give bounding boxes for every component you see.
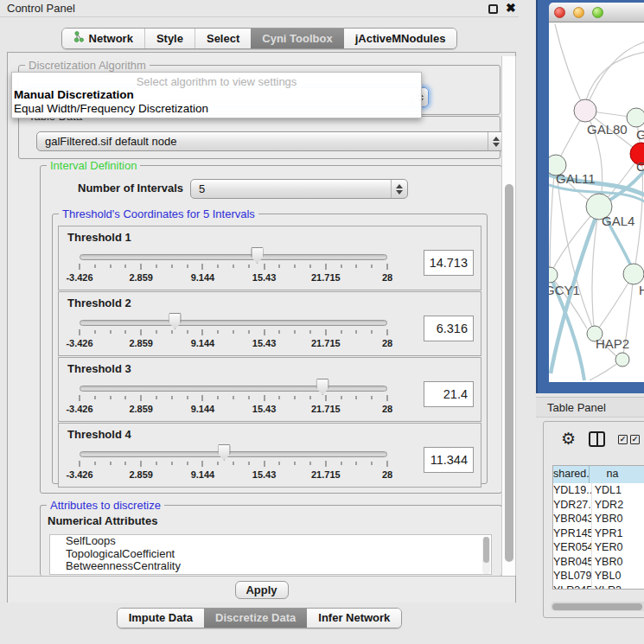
apply-button[interactable]: Apply (235, 581, 289, 599)
table-row[interactable]: YBR045CYBR0 (553, 555, 644, 570)
network-edge[interactable] (585, 41, 644, 111)
network-window[interactable]: GAL80GACGAL11GAL4GCY1HHAP2 (536, 0, 644, 393)
table-cell[interactable]: YLR345W (553, 583, 592, 590)
threshold-slider-track[interactable] (80, 386, 387, 392)
discretization-algorithm-group-title: Discretization Algorithm (25, 59, 150, 72)
threshold-slider-thumb[interactable] (218, 444, 231, 461)
table-cell[interactable]: YLR3 (592, 583, 644, 590)
tab-discretize-data[interactable]: Discretize Data (204, 609, 307, 628)
threshold-slider-thumb[interactable] (169, 313, 182, 329)
table-cell[interactable]: YDR27... (553, 498, 592, 513)
axis-tick-label: 21.715 (311, 272, 341, 283)
network-window-titlebar[interactable] (549, 3, 644, 22)
tab-infer-network[interactable]: Infer Network (307, 609, 401, 628)
minimize-traffic-light-icon[interactable] (573, 7, 584, 18)
tab-label: Discretize Data (215, 611, 296, 624)
gear-icon[interactable]: ⚙ (561, 429, 576, 449)
table-cell[interactable]: YBL079W (553, 569, 592, 583)
table-cell[interactable]: YER054C (553, 540, 592, 555)
number-of-intervals-combobox[interactable]: 5 (190, 179, 408, 199)
tab-jactivemnodules[interactable]: jActiveMNodules (344, 29, 457, 48)
table-row[interactable]: YBR043CYBR0 (553, 512, 644, 526)
axis-tick-label: 21.715 (311, 404, 341, 414)
tab-label: Select (207, 32, 239, 45)
network-edge[interactable] (586, 52, 644, 100)
column-header[interactable]: shared... (553, 466, 590, 483)
network-edge[interactable] (550, 165, 555, 275)
threshold-slider-track[interactable] (80, 320, 387, 326)
threshold-value-field[interactable]: 11.344 (424, 447, 474, 473)
table-cell[interactable]: YDL1 (592, 483, 644, 498)
threshold-label: Threshold 1 (67, 231, 131, 244)
attribute-item[interactable]: SelfLoops (50, 535, 491, 548)
table-panel-toolbar: ⚙ ✓ ✓ (544, 422, 644, 460)
tab-style[interactable]: Style (144, 29, 194, 48)
network-node-right-mid[interactable] (623, 264, 644, 284)
scrollbar-thumb[interactable] (505, 184, 513, 562)
network-node-gal80[interactable] (574, 99, 596, 122)
table-row[interactable]: YBL079WYBL0 (553, 569, 644, 583)
network-edge[interactable] (555, 24, 585, 111)
threshold-slider-track[interactable] (80, 451, 387, 457)
tab-network[interactable]: Network (62, 29, 144, 48)
table-row[interactable]: YPR145WYPR1 (553, 526, 644, 541)
close-icon[interactable]: ✖ (506, 1, 516, 15)
network-node-top-right[interactable] (627, 108, 644, 127)
table-cell[interactable]: YBR045C (553, 555, 592, 570)
table-horizontal-scrollbar[interactable] (551, 602, 644, 611)
network-node-label: HAP2 (596, 336, 629, 351)
numerical-attributes-list[interactable]: SelfLoopsTopologicalCoefficientBetweenne… (49, 534, 492, 575)
column-layout-icon[interactable] (589, 431, 605, 447)
bottom-tab-bar: Impute DataDiscretize DataInfer Network (0, 608, 519, 628)
table-row[interactable]: YDL19...YDL1 (553, 483, 644, 498)
table-cell[interactable]: YPR145W (553, 526, 592, 541)
table-row[interactable]: YER054CYER0 (553, 540, 644, 555)
axis-tick-label: 28 (382, 404, 392, 414)
scrollbar-thumb[interactable] (552, 603, 642, 610)
combo-stepper-icon[interactable] (391, 180, 407, 198)
float-window-icon[interactable] (488, 4, 498, 14)
close-traffic-light-icon[interactable] (554, 7, 565, 18)
attribute-list-scrollbar[interactable] (482, 537, 490, 574)
panel-footer: Apply (8, 576, 515, 603)
table-cell[interactable]: YDL19... (553, 483, 592, 498)
axis-tick-label: 9.144 (191, 469, 215, 480)
tab-select[interactable]: Select (194, 29, 251, 48)
table-cell[interactable]: YBR043C (553, 512, 592, 526)
threshold-value-field[interactable]: 6.316 (424, 316, 474, 341)
table-cell[interactable]: YER0 (592, 540, 644, 555)
attribute-item[interactable]: BetweennessCentrality (50, 560, 491, 573)
tab-label: Style (156, 32, 183, 45)
network-canvas[interactable]: GAL80GACGAL11GAL4GCY1HHAP2 (549, 22, 644, 382)
number-of-intervals-value: 5 (199, 182, 205, 195)
column-header[interactable]: na (590, 466, 644, 483)
axis-tick-label: 15.43 (252, 404, 277, 414)
table-cell[interactable]: YBL0 (592, 569, 644, 583)
thresholds-group-title: Threshold's Coordinates for 5 Intervals (59, 207, 258, 220)
tab-cyni-toolbox[interactable]: Cyni Toolbox (251, 29, 343, 48)
attribute-item[interactable]: TopologicalCoefficient (50, 548, 491, 561)
threshold-value-field[interactable]: 21.4 (424, 381, 474, 407)
tab-impute-data[interactable]: Impute Data (118, 609, 204, 628)
threshold-slider-track[interactable] (80, 254, 387, 260)
table-cell[interactable]: YDR2 (592, 498, 644, 513)
table-row[interactable]: YDR27...YDR2 (553, 498, 644, 513)
table-cell[interactable]: YBR0 (592, 555, 644, 570)
zoom-traffic-light-icon[interactable] (592, 7, 603, 18)
threshold-slider-thumb[interactable] (251, 247, 264, 264)
table-cell[interactable]: YPR1 (592, 526, 644, 541)
table-header-row[interactable]: shared...na (553, 466, 644, 483)
checkbox-checked-icon[interactable]: ✓ (630, 435, 640, 444)
algorithm-option-manual[interactable]: Manual Discretization (12, 88, 421, 102)
network-node-bottom-node[interactable] (615, 353, 629, 367)
table-row[interactable]: YLR345WYLR3 (553, 583, 644, 590)
panel-vertical-scrollbar[interactable] (501, 56, 516, 576)
threshold-slider-thumb[interactable] (316, 379, 329, 395)
table-cell[interactable]: YBR0 (592, 512, 644, 526)
node-attribute-table[interactable]: shared...naYDL19...YDL1YDR27...YDR2YBR04… (552, 465, 644, 590)
threshold-value-field[interactable]: 14.713 (424, 250, 474, 276)
algorithm-option-equal-width[interactable]: Equal Width/Frequency Discretization (12, 102, 421, 116)
table-data-combobox[interactable]: galFiltered.sif default node (36, 131, 505, 151)
checkbox-checked-icon[interactable]: ✓ (618, 435, 628, 444)
network-node-gcy1[interactable] (549, 267, 558, 283)
